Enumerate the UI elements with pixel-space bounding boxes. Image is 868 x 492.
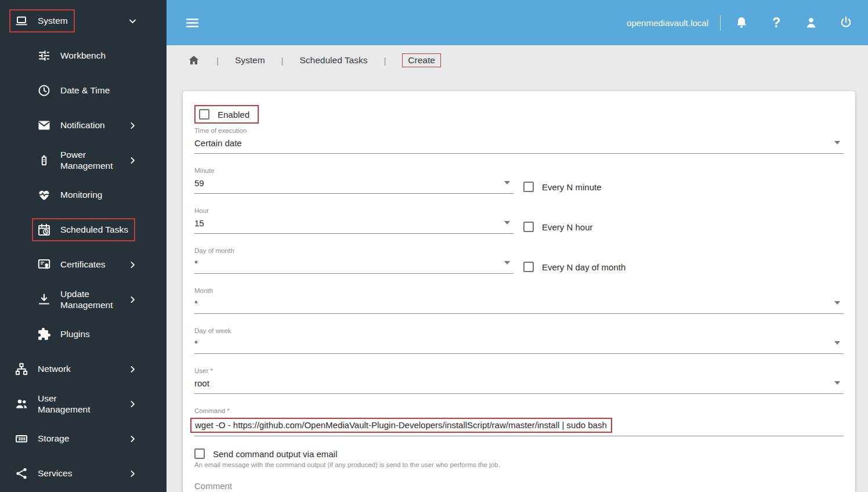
sidebar-item-label: Workbench	[60, 50, 106, 61]
network-icon	[15, 362, 28, 376]
command-label: Command *	[194, 407, 844, 414]
sidebar-item-label: Plugins	[60, 328, 90, 339]
send-email-label: Send command output via email	[213, 449, 337, 459]
command-value: wget -O - https://github.com/OpenMediaVa…	[195, 420, 607, 430]
sidebar-item-main: Monitoring	[37, 188, 102, 202]
help-icon[interactable]: ?	[769, 16, 783, 30]
sidebar-item-services[interactable]: Services	[0, 456, 167, 491]
chevron-right-icon	[128, 364, 138, 374]
sidebar-item-scheduled-tasks[interactable]: Scheduled Tasks	[0, 212, 167, 247]
sidebar-item-system[interactable]: System	[0, 3, 167, 38]
command-field: Command * wget -O - https://github.com/O…	[194, 407, 844, 436]
chevron-right-icon	[128, 155, 138, 165]
sidebar-item-main: Network	[15, 362, 71, 376]
time-of-execution-value: Certain date	[194, 138, 242, 148]
sliders-icon	[37, 49, 51, 63]
enabled-checkbox[interactable]	[199, 109, 209, 120]
sidebar-item-user-management[interactable]: User Management	[0, 386, 167, 421]
breadcrumb: | System | Scheduled Tasks | Create	[167, 45, 868, 75]
sidebar-item-network[interactable]: Network	[0, 352, 167, 386]
breadcrumb-separator: |	[281, 56, 284, 66]
sidebar-item-label: User Management	[38, 393, 106, 415]
main-area: openmediavault.local ? | System | Schedu…	[167, 0, 868, 492]
hour-select[interactable]: 15	[194, 218, 513, 234]
share-icon	[15, 466, 28, 480]
dropdown-caret-icon	[834, 301, 840, 305]
content-area: Enabled Time of execution Certain date M…	[167, 75, 868, 492]
power-icon[interactable]	[839, 16, 853, 30]
dropdown-caret-icon	[834, 341, 840, 345]
sidebar-item-label: Network	[38, 363, 71, 374]
sidebar-item-update-management[interactable]: Update Management	[0, 282, 167, 317]
chevron-right-icon	[128, 295, 138, 305]
send-email-row: Send command output via email	[194, 448, 844, 459]
month-value: *	[194, 298, 198, 308]
day-of-week-value: *	[194, 338, 198, 348]
user-select[interactable]: root	[194, 378, 844, 394]
hostname: openmediavault.local	[627, 18, 708, 28]
user-value: root	[194, 378, 209, 388]
hour-field: Hour 15	[194, 207, 513, 234]
every-n-hour-label: Every N hour	[542, 222, 593, 232]
sidebar-item-label: Services	[38, 468, 72, 479]
sidebar-item-label: Scheduled Tasks	[60, 224, 128, 235]
every-n-minute-row: Every N minute	[523, 182, 602, 192]
comment-field: Comment	[194, 481, 844, 492]
sidebar-item-main: Workbench	[37, 49, 106, 63]
sidebar-item-storage[interactable]: Storage	[0, 421, 167, 456]
mail-icon	[37, 118, 51, 132]
sidebar-item-main: Plugins	[37, 327, 90, 341]
menu-icon[interactable]	[185, 16, 200, 30]
sidebar-item-certificates[interactable]: Certificates	[0, 247, 167, 282]
clock-icon	[37, 84, 51, 97]
time-of-execution-label: Time of execution	[194, 127, 844, 134]
topbar: openmediavault.local ?	[167, 0, 868, 45]
sidebar-item-main: Certificates	[37, 258, 106, 272]
sidebar-item-monitoring[interactable]: Monitoring	[0, 178, 167, 212]
sidebar-item-label: Monitoring	[60, 189, 102, 200]
sidebar-item-main: Services	[15, 466, 72, 480]
puzzle-icon	[37, 327, 51, 341]
dropdown-caret-icon	[834, 141, 840, 144]
person-icon[interactable]	[804, 16, 818, 30]
sidebar-item-plugins[interactable]: Plugins	[0, 317, 167, 352]
send-email-checkbox[interactable]	[194, 448, 205, 459]
sidebar-item-date-time[interactable]: Date & Time	[0, 73, 167, 108]
annotation-box: System	[9, 9, 75, 32]
day-of-month-select[interactable]: *	[194, 258, 513, 274]
breadcrumb-item-scheduled-tasks[interactable]: Scheduled Tasks	[300, 55, 368, 66]
topbar-right: openmediavault.local ?	[627, 15, 855, 31]
minute-select[interactable]: 59	[194, 178, 513, 194]
every-n-hour-row: Every N hour	[523, 222, 593, 232]
sidebar-item-workbench[interactable]: Workbench	[0, 38, 167, 73]
breadcrumb-item-system[interactable]: System	[235, 55, 265, 66]
home-icon[interactable]	[187, 54, 200, 67]
sidebar-item-label: System	[38, 15, 68, 26]
bell-icon[interactable]	[735, 16, 748, 30]
day-of-week-select[interactable]: *	[194, 338, 844, 354]
dropdown-caret-icon	[504, 181, 510, 184]
every-n-day-of-month-checkbox[interactable]	[523, 262, 534, 272]
chevron-right-icon	[128, 121, 138, 131]
sidebar-item-label: Update Management	[60, 288, 128, 311]
sidebar-item-label: Storage	[38, 433, 69, 444]
chevron-right-icon	[128, 399, 138, 409]
minute-field: Minute 59	[194, 167, 513, 194]
sidebar-item-label: Date & Time	[60, 85, 110, 96]
command-input[interactable]: wget -O - https://github.com/OpenMediaVa…	[194, 418, 844, 436]
chevron-right-icon	[128, 434, 138, 444]
time-of-execution-select[interactable]: Certain date	[194, 138, 844, 154]
dropdown-caret-icon	[834, 381, 840, 385]
every-n-hour-checkbox[interactable]	[523, 222, 534, 232]
sidebar-item-label: Certificates	[60, 259, 106, 270]
send-email-hint: An email message with the command output…	[194, 461, 844, 468]
day-of-month-row: Day of month * Every N day of month	[194, 247, 844, 274]
battery-icon	[37, 153, 51, 167]
sidebar-item-power-management[interactable]: Power Management	[0, 143, 167, 178]
user-label: User *	[194, 367, 844, 374]
svg-text:?: ?	[772, 16, 780, 30]
month-select[interactable]: *	[194, 298, 844, 314]
sidebar-item-notification[interactable]: Notification	[0, 108, 167, 143]
every-n-minute-checkbox[interactable]	[523, 182, 534, 192]
month-label: Month	[194, 287, 844, 294]
